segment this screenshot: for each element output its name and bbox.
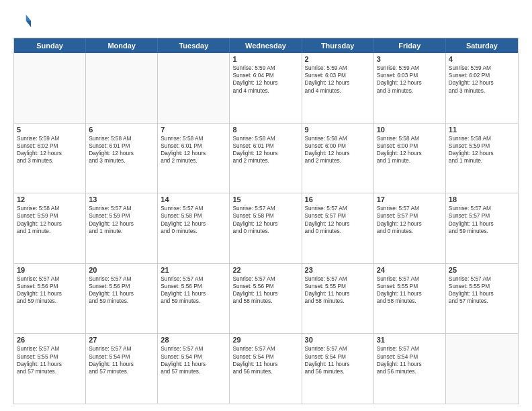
cell-line: Sunset: 6:00 PM (305, 142, 371, 150)
day-number: 7 (161, 126, 226, 134)
cell-line: Daylight: 12 hours (161, 220, 226, 228)
cell-line: Daylight: 12 hours (89, 150, 154, 157)
cell-line: and 3 minutes. (89, 157, 154, 165)
cell-line: Daylight: 11 hours (17, 290, 83, 298)
cell-line: Sunrise: 5:57 AM (89, 345, 154, 353)
cell-line: Sunrise: 5:57 AM (377, 345, 443, 353)
cell-line: Daylight: 12 hours (377, 150, 443, 157)
day-cell-9: 9Sunrise: 5:58 AMSunset: 6:00 PMDaylight… (302, 124, 374, 193)
day-number: 17 (377, 195, 443, 203)
day-cell-1: 1Sunrise: 5:59 AMSunset: 6:04 PMDaylight… (230, 53, 302, 123)
cell-line: Sunrise: 5:58 AM (161, 135, 226, 142)
day-cell-15: 15Sunrise: 5:57 AMSunset: 5:58 PMDayligh… (230, 193, 302, 263)
day-cell-27: 27Sunrise: 5:57 AMSunset: 5:54 PMDayligh… (86, 334, 158, 404)
weekday-header-sunday: Sunday (14, 38, 86, 53)
cell-line: Sunset: 5:59 PM (17, 212, 83, 220)
cell-line: and 58 minutes. (305, 298, 371, 305)
cell-line: and 59 minutes. (17, 298, 83, 305)
cell-line: and 3 minutes. (377, 87, 443, 95)
cell-line: Sunrise: 5:59 AM (232, 64, 298, 72)
day-number: 30 (305, 336, 371, 344)
cell-line: and 58 minutes. (377, 298, 443, 305)
cell-line: Sunrise: 5:57 AM (449, 275, 515, 283)
weekday-header-saturday: Saturday (446, 38, 518, 53)
cell-line: Sunset: 5:54 PM (89, 353, 154, 361)
cell-line: and 4 minutes. (232, 87, 298, 95)
day-cell-28: 28Sunrise: 5:57 AMSunset: 5:54 PMDayligh… (158, 334, 230, 404)
weekday-header-friday: Friday (374, 38, 446, 53)
day-cell-29: 29Sunrise: 5:57 AMSunset: 5:54 PMDayligh… (230, 334, 302, 404)
cell-line: Sunrise: 5:59 AM (305, 64, 371, 72)
cell-line: and 57 minutes. (17, 368, 83, 375)
empty-cell (86, 53, 158, 123)
cell-line: Sunrise: 5:57 AM (305, 205, 371, 212)
cell-line: and 2 minutes. (161, 157, 226, 165)
empty-cell (14, 53, 86, 123)
cell-line: Sunset: 5:56 PM (17, 283, 83, 290)
day-number: 22 (232, 266, 298, 274)
cell-line: Daylight: 12 hours (17, 150, 83, 157)
day-cell-24: 24Sunrise: 5:57 AMSunset: 5:55 PMDayligh… (374, 264, 446, 334)
cell-line: and 1 minute. (377, 157, 443, 165)
cell-line: Daylight: 11 hours (89, 361, 154, 368)
cell-line: Sunset: 5:54 PM (232, 353, 298, 361)
day-number: 6 (89, 126, 154, 134)
cell-line: Sunrise: 5:59 AM (449, 64, 515, 72)
day-number: 16 (305, 195, 371, 203)
cell-line: and 0 minutes. (305, 228, 371, 235)
cell-line: Sunset: 6:03 PM (305, 72, 371, 79)
day-number: 19 (17, 266, 83, 274)
cell-line: Daylight: 12 hours (89, 220, 154, 228)
svg-marker-0 (26, 15, 31, 21)
cell-line: Daylight: 12 hours (377, 79, 443, 87)
calendar-row-0: 1Sunrise: 5:59 AMSunset: 6:04 PMDaylight… (14, 53, 518, 123)
cell-line: and 59 minutes. (161, 298, 226, 305)
cell-line: Sunset: 5:59 PM (89, 212, 154, 220)
day-cell-17: 17Sunrise: 5:57 AMSunset: 5:57 PMDayligh… (374, 193, 446, 263)
cell-line: Daylight: 11 hours (449, 220, 515, 228)
cell-line: and 0 minutes. (377, 228, 443, 235)
cell-line: Sunset: 5:57 PM (305, 212, 371, 220)
cell-line: Sunrise: 5:57 AM (232, 345, 298, 353)
cell-line: Sunrise: 5:59 AM (377, 64, 443, 72)
empty-cell (158, 53, 230, 123)
cell-line: Sunrise: 5:57 AM (161, 275, 226, 283)
day-cell-5: 5Sunrise: 5:59 AMSunset: 6:02 PMDaylight… (14, 124, 86, 193)
day-number: 24 (377, 266, 443, 274)
cell-line: Daylight: 11 hours (305, 361, 371, 368)
day-cell-4: 4Sunrise: 5:59 AMSunset: 6:02 PMDaylight… (446, 53, 518, 123)
cell-line: Sunrise: 5:58 AM (377, 135, 443, 142)
cell-line: Daylight: 12 hours (449, 150, 515, 157)
cell-line: Sunset: 5:55 PM (305, 283, 371, 290)
day-cell-10: 10Sunrise: 5:58 AMSunset: 6:00 PMDayligh… (374, 124, 446, 193)
cell-line: Daylight: 12 hours (449, 79, 515, 87)
cell-line: and 56 minutes. (232, 368, 298, 375)
cell-line: Sunrise: 5:58 AM (89, 135, 154, 142)
day-cell-11: 11Sunrise: 5:58 AMSunset: 5:59 PMDayligh… (446, 124, 518, 193)
weekday-header-monday: Monday (86, 38, 158, 53)
day-cell-30: 30Sunrise: 5:57 AMSunset: 5:54 PMDayligh… (302, 334, 374, 404)
day-cell-26: 26Sunrise: 5:57 AMSunset: 5:55 PMDayligh… (14, 334, 86, 404)
cell-line: Daylight: 11 hours (89, 290, 154, 298)
cell-line: and 2 minutes. (305, 157, 371, 165)
cell-line: Sunrise: 5:58 AM (232, 135, 298, 142)
day-cell-2: 2Sunrise: 5:59 AMSunset: 6:03 PMDaylight… (302, 53, 374, 123)
cell-line: Daylight: 11 hours (377, 361, 443, 368)
day-number: 1 (232, 55, 298, 63)
day-cell-25: 25Sunrise: 5:57 AMSunset: 5:55 PMDayligh… (446, 264, 518, 334)
cell-line: Daylight: 12 hours (232, 150, 298, 157)
day-cell-3: 3Sunrise: 5:59 AMSunset: 6:03 PMDaylight… (374, 53, 446, 123)
day-cell-8: 8Sunrise: 5:58 AMSunset: 6:01 PMDaylight… (230, 124, 302, 193)
cell-line: and 56 minutes. (305, 368, 371, 375)
cell-line: Sunrise: 5:57 AM (305, 345, 371, 353)
cell-line: and 2 minutes. (232, 157, 298, 165)
cell-line: and 0 minutes. (161, 228, 226, 235)
day-number: 15 (232, 195, 298, 203)
cell-line: and 1 minute. (449, 157, 515, 165)
day-number: 21 (161, 266, 226, 274)
cell-line: Sunset: 6:03 PM (377, 72, 443, 79)
day-number: 29 (232, 336, 298, 344)
cell-line: Sunset: 5:58 PM (161, 212, 226, 220)
cell-line: Sunrise: 5:59 AM (17, 135, 83, 142)
empty-cell (446, 334, 518, 404)
